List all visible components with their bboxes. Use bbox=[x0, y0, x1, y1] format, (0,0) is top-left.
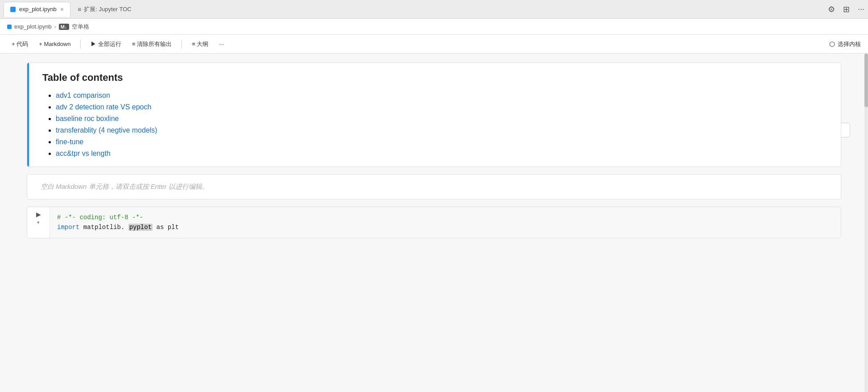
kernel-icon: ⬡ bbox=[829, 40, 835, 48]
code-cell-content[interactable]: # -*- coding: utf-8 -*- import matplotli… bbox=[50, 207, 841, 238]
layout-icon[interactable]: ⊞ bbox=[843, 4, 850, 14]
code-comment-1: # -*- coding: utf-8 -*- bbox=[57, 214, 143, 221]
more-toolbar-button[interactable]: ··· bbox=[215, 39, 228, 49]
notebook-area: Table of contents adv1 comparison adv 2 … bbox=[0, 54, 868, 392]
scrollbar-thumb[interactable] bbox=[864, 54, 868, 107]
code-line-2: import matplotlib. pyplot as plt bbox=[57, 222, 834, 232]
select-kernel-button[interactable]: ⬡ 选择内核 bbox=[829, 40, 861, 48]
outline-button[interactable]: ≡ 大纲 bbox=[187, 38, 213, 50]
select-kernel-label: 选择内核 bbox=[838, 40, 861, 48]
breadcrumb-separator: › bbox=[54, 24, 56, 30]
list-item: acc&tpr vs length bbox=[56, 150, 827, 158]
toc-link-3[interactable]: baseline roc boxline bbox=[56, 115, 119, 122]
add-code-button[interactable]: + 代码 bbox=[7, 38, 33, 50]
tab-bar: exp_plot.ipynb × ≡ 扩展: Jupyter TOC ⚙ ⊞ ·… bbox=[0, 0, 868, 19]
toolbar-separator-1 bbox=[80, 40, 81, 49]
code-highlight-pyplot: pyplot bbox=[128, 224, 153, 231]
toc-link-6[interactable]: acc&tpr vs length bbox=[56, 150, 111, 157]
code-text-as-plt: as plt bbox=[156, 224, 178, 231]
code-line-1: # -*- coding: utf-8 -*- bbox=[57, 213, 834, 222]
toc-tab-label: 扩展: Jupyter TOC bbox=[84, 5, 131, 13]
more-options-icon[interactable]: ··· bbox=[858, 4, 864, 14]
toc-cell-content: Table of contents adv1 comparison adv 2 … bbox=[29, 63, 841, 167]
code-cell-gutter: ▶ ▾ bbox=[27, 207, 50, 238]
toc-link-1[interactable]: adv1 comparison bbox=[56, 92, 110, 99]
toc-link-4[interactable]: transferablity (4 negtive models) bbox=[56, 126, 157, 134]
empty-markdown-placeholder: 空白 Markdown 单元格，请双击或按 Enter 以进行编辑。 bbox=[41, 183, 209, 190]
toc-link-2[interactable]: adv 2 detection rate VS epoch bbox=[56, 103, 151, 111]
breadcrumb-file[interactable]: exp_plot.ipynb bbox=[14, 23, 52, 30]
close-tab-button[interactable]: × bbox=[60, 6, 64, 13]
collapse-cell-button[interactable]: ▾ bbox=[37, 220, 40, 225]
breadcrumb: exp_plot.ipynb › M↓ 空单格 bbox=[0, 19, 868, 35]
toc-tab-icon: ≡ bbox=[78, 6, 81, 13]
toc-cell: Table of contents adv1 comparison adv 2 … bbox=[27, 63, 841, 167]
list-item: baseline roc boxline bbox=[56, 115, 827, 123]
primary-tab[interactable]: exp_plot.ipynb × bbox=[4, 2, 70, 17]
toolbar: + 代码 + Markdown ▶ 全部运行 ≡ 清除所有输出 ≡ 大纲 ···… bbox=[0, 35, 868, 54]
tab-bar-actions: ⚙ ⊞ ··· bbox=[828, 4, 864, 14]
list-item: fine-tune bbox=[56, 138, 827, 146]
empty-markdown-cell[interactable]: 空白 Markdown 单元格，请双击或按 Enter 以进行编辑。 bbox=[27, 174, 841, 200]
secondary-tab[interactable]: ≡ 扩展: Jupyter TOC bbox=[72, 4, 137, 15]
code-keyword-import: import bbox=[57, 224, 79, 231]
run-all-button[interactable]: ▶ 全部运行 bbox=[86, 38, 126, 50]
settings-icon[interactable]: ⚙ bbox=[828, 4, 835, 14]
add-markdown-button[interactable]: + Markdown bbox=[34, 39, 75, 49]
primary-tab-label: exp_plot.ipynb bbox=[19, 6, 57, 13]
run-cell-button[interactable]: ▶ bbox=[36, 211, 41, 218]
toc-title: Table of contents bbox=[42, 72, 827, 83]
toolbar-separator-2 bbox=[182, 40, 182, 49]
toc-link-5[interactable]: fine-tune bbox=[56, 138, 83, 146]
code-text-matplotlib: matplotlib. bbox=[83, 224, 124, 231]
main-content: ✏ ⊟ ··· 🗑 Table of contents adv1 compari… bbox=[0, 54, 868, 392]
list-item: transferablity (4 negtive models) bbox=[56, 126, 827, 134]
scrollbar[interactable] bbox=[864, 54, 868, 392]
notebook-icon bbox=[10, 7, 16, 12]
breadcrumb-md-badge: M↓ bbox=[59, 24, 69, 30]
clear-output-button[interactable]: ≡ 清除所有输出 bbox=[128, 38, 176, 50]
toc-list: adv1 comparison adv 2 detection rate VS … bbox=[42, 92, 827, 158]
breadcrumb-file-icon bbox=[7, 25, 12, 29]
list-item: adv 2 detection rate VS epoch bbox=[56, 103, 827, 111]
list-item: adv1 comparison bbox=[56, 92, 827, 100]
breadcrumb-cell[interactable]: 空单格 bbox=[72, 23, 89, 31]
code-cell: ▶ ▾ # -*- coding: utf-8 -*- import matpl… bbox=[27, 207, 841, 238]
